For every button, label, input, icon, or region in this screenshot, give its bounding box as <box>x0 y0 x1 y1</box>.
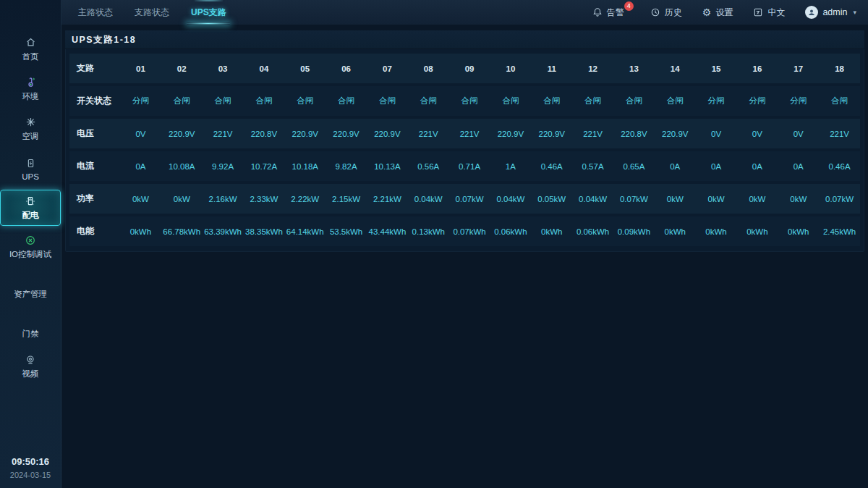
sidebar-item-label: 门禁 <box>22 329 39 340</box>
table-cell: 合闸 <box>367 96 408 106</box>
sidebar-item-io-debug[interactable]: IO控制调试 <box>0 228 61 266</box>
alarm-badge: 4 <box>624 1 634 11</box>
history-button[interactable]: 历史 <box>650 7 682 19</box>
sidebar-item-power[interactable]: 配电 <box>0 190 61 226</box>
table-cell: 0V <box>736 130 778 138</box>
language-button[interactable]: 中文 <box>753 7 785 19</box>
table-cell: 220.9V <box>531 130 572 138</box>
table-cell: 合闸 <box>613 96 655 106</box>
table-cell: 0.65A <box>613 162 655 171</box>
table-cell: 0A <box>655 162 696 171</box>
settings-button[interactable]: ⚙ 设置 <box>702 7 733 19</box>
table-cell: 合闸 <box>203 96 244 106</box>
table-cell: 0.04kW <box>572 195 613 203</box>
table-cell: 合闸 <box>161 96 203 106</box>
table-cell: 9.92A <box>203 162 244 171</box>
sidebar-item-label: 资产管理 <box>14 289 47 300</box>
sidebar-item-label: 空调 <box>22 131 39 142</box>
sidebar-item-label: 配电 <box>22 210 39 221</box>
sidebar-item-label: 环境 <box>22 91 39 102</box>
snowflake-icon <box>25 116 36 128</box>
table-cell: 220.9V <box>326 130 367 138</box>
table-cell: 0.06kWh <box>572 227 613 236</box>
table-cell: 17 <box>778 64 819 73</box>
table-cell: 220.9V <box>655 130 696 138</box>
table-cell: 0kW <box>778 195 819 203</box>
table-cell: 0kWh <box>120 227 161 236</box>
table-cell: 0.05kW <box>531 195 572 203</box>
table-cell: 10 <box>490 64 531 73</box>
tab-bar: 主路状态支路状态UPS支路 <box>67 0 237 25</box>
table-row: 开关状态分闸合闸合闸合闸合闸合闸合闸合闸合闸合闸合闸合闸合闸合闸分闸分闸分闸合闸 <box>69 86 860 116</box>
table-cell: 0.46A <box>819 162 860 171</box>
table-cell: 221V <box>203 130 244 138</box>
table-cell: 0kW <box>736 195 778 203</box>
table-cell: 05 <box>284 64 326 73</box>
table-row: 电能0kWh66.78kWh63.39kWh38.35kWh64.14kWh53… <box>69 216 860 246</box>
table-cell: 2.16kW <box>203 195 244 203</box>
table-cell: 220.9V <box>490 130 531 138</box>
sidebar-clock: 09:50:16 2024-03-15 <box>0 456 61 488</box>
sidebar-item-hvac[interactable]: 空调 <box>0 110 61 148</box>
row-label: 电流 <box>69 160 120 172</box>
table-cell: 合闸 <box>326 96 367 106</box>
sidebar-item-ups[interactable]: UPS <box>0 150 61 188</box>
tab-branch-status[interactable]: 支路状态 <box>124 0 180 25</box>
table-cell: 0V <box>778 130 819 138</box>
language-icon <box>753 7 763 17</box>
table-cell: 0.09kWh <box>613 227 655 236</box>
table-cell: 分闸 <box>696 96 737 106</box>
table-cell: 38.35kWh <box>243 227 284 236</box>
table-cell: 0A <box>120 162 161 171</box>
table-cell: 10.18A <box>284 162 326 171</box>
row-label: 电能 <box>69 225 120 237</box>
table-cell: 220.8V <box>613 130 655 138</box>
topbar: 主路状态支路状态UPS支路 告警 4 历史 <box>61 0 868 25</box>
user-menu[interactable]: admin ▾ <box>805 6 856 19</box>
table-cell: 221V <box>449 130 490 138</box>
clock-time: 09:50:16 <box>0 456 61 467</box>
table-cell: 分闸 <box>736 96 778 106</box>
table-cell: 0A <box>736 162 778 171</box>
sidebar-item-label: IO控制调试 <box>9 249 51 260</box>
table-cell: 9.82A <box>326 162 367 171</box>
sidebar-item-access[interactable]: 门禁 <box>0 308 61 345</box>
sidebar-item-label: 视频 <box>22 369 39 379</box>
table-cell: 16 <box>736 64 778 73</box>
table-cell: 0kW <box>655 195 696 203</box>
table-cell: 0.07kWh <box>449 227 490 236</box>
sidebar-item-label: UPS <box>22 172 39 181</box>
table-cell: 2.21kW <box>367 195 408 203</box>
table-cell: 合闸 <box>572 96 613 106</box>
user-icon <box>807 8 816 17</box>
gear-icon: ⚙ <box>702 7 712 17</box>
table-cell: 0.07kW <box>613 195 655 203</box>
sidebar-item-assets[interactable]: 资产管理 <box>0 268 61 306</box>
table-cell: 1A <box>490 162 531 171</box>
table-cell: 09 <box>449 64 490 73</box>
sidebar-item-video[interactable]: 视频 <box>0 348 61 385</box>
thermometer-icon <box>25 76 36 88</box>
table-cell: 53.5kWh <box>326 227 367 236</box>
user-name: admin <box>822 7 847 17</box>
table-cell: 03 <box>203 64 244 73</box>
sidebar-item-home[interactable]: 首页 <box>0 30 61 68</box>
table-cell: 0.07kW <box>449 195 490 203</box>
tab-main-status[interactable]: 主路状态 <box>67 0 124 25</box>
table-cell: 0.04kW <box>490 195 531 203</box>
table-cell: 0.56A <box>408 162 449 171</box>
table-cell: 0kW <box>161 195 203 203</box>
circle-x-icon <box>25 234 36 246</box>
camera-icon <box>25 353 36 366</box>
table-cell: 221V <box>408 130 449 138</box>
alarm-label: 告警 <box>607 7 624 19</box>
table-cell: 66.78kWh <box>161 227 203 236</box>
alarm-button[interactable]: 告警 4 <box>592 7 624 19</box>
table-cell: 0kWh <box>778 227 819 236</box>
table-cell: 0kWh <box>655 227 696 236</box>
tab-ups-branch[interactable]: UPS支路 <box>180 0 237 25</box>
table-cell: 2.45kWh <box>819 227 860 236</box>
row-label: 开关状态 <box>69 95 120 107</box>
sidebar-item-environment[interactable]: 环境 <box>0 70 61 108</box>
history-label: 历史 <box>665 7 682 19</box>
